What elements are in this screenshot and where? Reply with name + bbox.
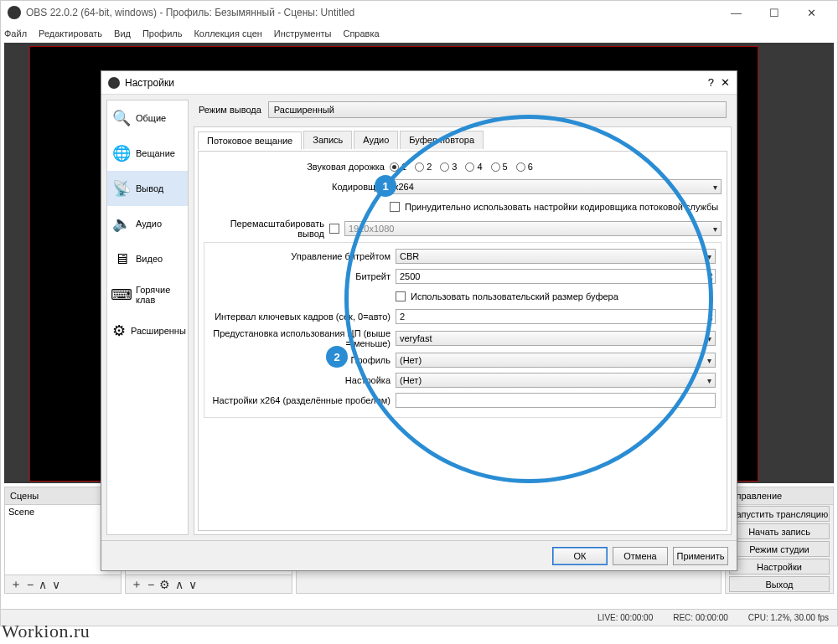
menubar: Файл Редактировать Вид Профиль Коллекция…	[1, 24, 837, 43]
remove-scene-icon[interactable]: −	[27, 578, 34, 591]
tune-select[interactable]: (Нет)	[396, 373, 716, 388]
encoder-value: x264	[394, 182, 414, 192]
rate-control-label: Управление битрейтом	[210, 251, 396, 261]
cancel-button[interactable]: Отмена	[613, 547, 668, 565]
exit-button[interactable]: Выход	[729, 576, 830, 592]
monitor-icon: 🖥	[112, 250, 131, 268]
audio-track-1[interactable]: 1	[390, 162, 406, 172]
remove-source-icon[interactable]: −	[147, 578, 154, 591]
apply-button[interactable]: Применить	[673, 547, 728, 565]
cpu-preset-value: veryfast	[400, 333, 432, 343]
menu-edit[interactable]: Редактировать	[39, 28, 102, 39]
rate-control-select[interactable]: CBR	[396, 249, 716, 264]
minimize-button[interactable]: —	[717, 1, 755, 24]
x264opts-input[interactable]	[396, 393, 716, 408]
scenes-toolbar: ＋ − ∧ ∨	[5, 574, 121, 593]
status-cpu: CPU: 1.2%, 30.00 fps	[748, 613, 829, 622]
add-scene-icon[interactable]: ＋	[10, 577, 22, 592]
audio-track-label: Звуковая дорожка	[204, 162, 390, 172]
output-mode-row: Режим вывода Расширенный	[194, 100, 732, 120]
main-titlebar: OBS 22.0.2 (64-bit, windows) - Профиль: …	[1, 1, 837, 24]
sidebar-item-advanced[interactable]: ⚙Расширенны	[107, 313, 188, 348]
enforce-checkbox[interactable]	[390, 202, 400, 212]
magnifier-icon: 🔍	[112, 109, 131, 127]
start-streaming-button[interactable]: Запустить трансляцию	[729, 506, 830, 522]
enforce-label: Принудительно использовать настройки код…	[405, 202, 718, 212]
tab-recording[interactable]: Запись	[303, 131, 352, 149]
dialog-sidebar: 🔍Общие 🌐Вещание 📡Вывод 🔈Аудио 🖥Видео ⌨Го…	[106, 100, 189, 535]
add-source-icon[interactable]: ＋	[131, 577, 142, 592]
menu-scene-collection[interactable]: Коллекция сцен	[194, 28, 261, 39]
source-up-icon[interactable]: ∧	[175, 578, 184, 591]
menu-view[interactable]: Вид	[114, 28, 131, 39]
source-settings-icon[interactable]: ⚙	[159, 578, 170, 591]
dialog-titlebar: Настройки ? ✕	[101, 71, 737, 95]
sidebar-label-video: Видео	[136, 254, 163, 264]
speaker-icon: 🔈	[112, 214, 131, 233]
x264opts-label: Настройки x264 (разделённые пробелом)	[210, 395, 396, 405]
menu-help[interactable]: Справка	[343, 28, 379, 39]
audio-track-6[interactable]: 6	[516, 162, 533, 172]
globe-icon: 🌐	[112, 144, 131, 162]
ok-button[interactable]: ОК	[552, 547, 608, 565]
bitrate-spinner[interactable]: 2500	[396, 269, 716, 284]
tab-replay-buffer[interactable]: Буфер повтора	[400, 131, 484, 149]
status-live: LIVE: 00:00:00	[597, 613, 653, 622]
rescale-label: Перемасштабировать вывод	[204, 219, 329, 239]
cpu-preset-select[interactable]: veryfast	[396, 331, 716, 346]
menu-tools[interactable]: Инструменты	[274, 28, 332, 39]
bitrate-value: 2500	[400, 271, 420, 281]
audio-track-radios: 1 2 3 4 5 6	[390, 162, 722, 172]
cpu-preset-label: Предустановка использования ЦП (выше = м…	[210, 328, 396, 348]
dialog-app-icon	[108, 77, 120, 89]
gear-icon: ⚙	[112, 322, 126, 340]
audio-track-4[interactable]: 4	[465, 162, 482, 172]
maximize-button[interactable]: ☐	[755, 1, 793, 24]
status-rec: REC: 00:00:00	[673, 613, 728, 622]
profile-value: (Нет)	[400, 355, 422, 365]
custom-buffer-label: Использовать пользовательский размер буф…	[411, 291, 618, 301]
encoder-select[interactable]: x264	[390, 179, 722, 194]
scene-down-icon[interactable]: ∨	[52, 578, 60, 591]
start-recording-button[interactable]: Начать запись	[729, 523, 830, 539]
sidebar-item-output[interactable]: 📡Вывод	[107, 171, 188, 206]
audio-track-2[interactable]: 2	[415, 162, 432, 172]
settings-button[interactable]: Настройки	[729, 559, 830, 574]
scene-up-icon[interactable]: ∧	[39, 578, 47, 591]
output-mode-value: Расширенный	[274, 105, 334, 115]
output-mode-label: Режим вывода	[199, 105, 261, 115]
studio-mode-button[interactable]: Режим студии	[729, 541, 830, 557]
dialog-footer: ОК Отмена Применить	[101, 540, 737, 570]
audio-track-3[interactable]: 3	[440, 162, 457, 172]
output-mode-select[interactable]: Расширенный	[268, 101, 727, 118]
profile-label: Профиль	[210, 355, 396, 365]
rescale-select[interactable]: 1920x1080	[344, 221, 722, 236]
window-title: OBS 22.0.2 (64-bit, windows) - Профиль: …	[26, 7, 717, 18]
sidebar-label-output: Вывод	[136, 183, 163, 193]
sidebar-item-general[interactable]: 🔍Общие	[107, 100, 188, 136]
dialog-close-button[interactable]: ✕	[721, 76, 730, 89]
streaming-tab-content: Звуковая дорожка 1 2 3 4 5 6 Кодировщик …	[198, 151, 727, 531]
dialog-title: Настройки	[125, 77, 708, 89]
sources-toolbar: ＋ − ⚙ ∧ ∨	[126, 574, 292, 593]
tab-audio[interactable]: Аудио	[354, 131, 398, 149]
menu-profile[interactable]: Профиль	[142, 28, 183, 39]
sidebar-label-advanced: Расширенны	[131, 326, 186, 336]
audio-track-5[interactable]: 5	[491, 162, 508, 172]
watermark-text: Workion.ru	[2, 621, 90, 642]
sidebar-item-audio[interactable]: 🔈Аудио	[107, 206, 188, 241]
tab-streaming[interactable]: Потоковое вещание	[198, 131, 302, 150]
close-button[interactable]: ✕	[793, 1, 830, 24]
settings-dialog: Настройки ? ✕ 🔍Общие 🌐Вещание 📡Вывод 🔈Ау…	[101, 70, 737, 571]
dialog-help-button[interactable]: ?	[708, 76, 714, 89]
sidebar-item-stream[interactable]: 🌐Вещание	[107, 136, 188, 171]
sidebar-item-video[interactable]: 🖥Видео	[107, 241, 188, 276]
source-down-icon[interactable]: ∨	[189, 578, 197, 591]
profile-select[interactable]: (Нет)	[396, 353, 716, 368]
rescale-checkbox[interactable]	[329, 224, 339, 234]
sidebar-item-hotkeys[interactable]: ⌨Горячие клав	[107, 276, 188, 313]
custom-buffer-checkbox[interactable]	[396, 291, 406, 301]
keyframe-spinner[interactable]: 2	[396, 309, 716, 324]
keyboard-icon: ⌨	[112, 286, 131, 304]
menu-file[interactable]: Файл	[4, 28, 27, 39]
